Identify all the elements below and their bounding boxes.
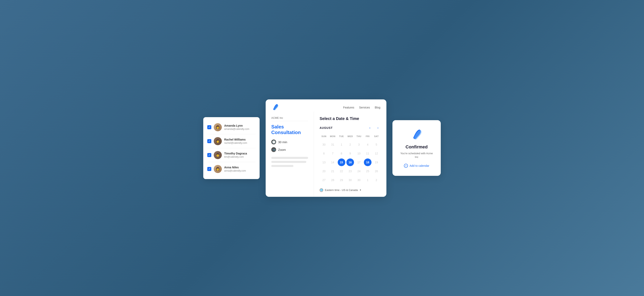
- calendar-day-11: 11: [364, 150, 372, 157]
- calendar-day-26: 26: [372, 167, 380, 175]
- user-item-rachel[interactable]: 👩 Rachel Williams rachel@calendly.com: [207, 134, 256, 148]
- timezone-selector[interactable]: 🌐 Eastern time - US & Canada ▼: [320, 188, 381, 192]
- calendar-week-5: 27 28 29 30 30 1 2: [320, 176, 381, 184]
- booking-left-panel: ACME Inc Sales Consultation 🕐 30 min 📹 Z…: [266, 111, 314, 197]
- confirmed-title: Confirmed: [398, 144, 435, 150]
- user-email-amanda: amanda@calendly.com: [224, 128, 256, 130]
- user-email-anna: anna@calendly.com: [224, 169, 256, 172]
- skeleton-2: [271, 161, 306, 163]
- calendar-day-14: 14: [329, 159, 336, 166]
- calendar-day-23: 23: [346, 167, 354, 175]
- user-info-rachel: Rachel Williams rachel@calendly.com: [224, 138, 256, 144]
- user-info-amanda: Amanda Lynn amanda@calendly.com: [224, 124, 256, 130]
- calendar-day-4: 4: [364, 141, 372, 149]
- user-item-timothy[interactable]: 👨 Timothy Dagraca tim@calendly.com: [207, 148, 256, 162]
- calendar-day-3: 3: [355, 141, 363, 149]
- user-item-amanda[interactable]: 👩 Amanda Lynn amanda@calendly.com: [207, 120, 256, 134]
- skeleton-3: [271, 165, 294, 167]
- calendar-grid: SUN MON TUE WED THU FRI SAT 30 31 1 2: [320, 134, 381, 184]
- user-email-timothy: tim@calendly.com: [224, 156, 256, 158]
- calendar-day-13: 13: [320, 159, 328, 166]
- booking-body: ACME Inc Sales Consultation 🕐 30 min 📹 Z…: [266, 111, 386, 197]
- timezone-label: Eastern time - US & Canada: [325, 189, 358, 192]
- checkbox-rachel[interactable]: [207, 139, 211, 143]
- calendar-day-30b: 30: [355, 176, 363, 184]
- checkbox-timothy[interactable]: [207, 153, 211, 157]
- day-thu: THU: [354, 134, 363, 139]
- booking-right-panel: Select a Date & Time AUGUST ‹ › SUN MON …: [314, 111, 386, 197]
- day-mon: MON: [328, 134, 337, 139]
- calendar-day-12: 12: [372, 150, 380, 157]
- calendar-day-16[interactable]: 16: [346, 159, 354, 166]
- meeting-type-text: Zoom: [278, 148, 286, 152]
- avatar-timothy: 👨: [214, 151, 222, 159]
- meeting-type-detail: 📹 Zoom: [271, 147, 308, 152]
- calendar-day-2-next: 2: [372, 176, 380, 184]
- checkbox-anna[interactable]: [207, 167, 211, 171]
- calendar-day-25: 25: [364, 167, 372, 175]
- calendar-day-15[interactable]: 15: [338, 159, 345, 166]
- user-email-rachel: rachel@calendly.com: [224, 141, 256, 144]
- month-label: AUGUST: [320, 126, 333, 129]
- calendar-day-30-prev: 30: [320, 141, 328, 149]
- confirmed-logo: [398, 128, 435, 140]
- duration-text: 30 min: [278, 140, 287, 144]
- calendar-day-17: 17: [355, 159, 363, 166]
- avatar-rachel: 👩: [214, 137, 222, 145]
- nav-features[interactable]: Features: [343, 106, 354, 109]
- calendar-day-1-next: 1: [364, 176, 372, 184]
- calendar-day-8: 8: [338, 150, 345, 157]
- calendar-day-21: 21: [329, 167, 336, 175]
- calendar-day-headers: SUN MON TUE WED THU FRI SAT: [320, 134, 381, 139]
- calendar-nav-arrows: ‹ ›: [367, 125, 381, 131]
- calendar-day-19: 19: [372, 159, 380, 166]
- prev-month-button[interactable]: ‹: [367, 125, 373, 131]
- next-month-button[interactable]: ›: [375, 125, 381, 131]
- day-sat: SAT: [372, 134, 381, 139]
- calendar-day-9: 9: [346, 150, 354, 157]
- user-name-amanda: Amanda Lynn: [224, 124, 256, 127]
- day-tue: TUE: [337, 134, 346, 139]
- booking-card: Features Services Blog ACME Inc Sales Co…: [266, 99, 386, 197]
- calendar-day-28: 28: [329, 176, 336, 184]
- calendar-day-18[interactable]: 18: [364, 159, 372, 166]
- day-sun: SUN: [320, 134, 328, 139]
- day-fri: FRI: [363, 134, 372, 139]
- calendar-day-29: 29: [338, 176, 345, 184]
- calendar-nav: AUGUST ‹ ›: [320, 125, 381, 131]
- calendly-logo-icon: [272, 103, 279, 111]
- skeleton-placeholder: [271, 157, 308, 167]
- booking-header: Features Services Blog: [266, 99, 386, 111]
- calendar-week-4: 20 21 22 23 24 25 26: [320, 167, 381, 176]
- calendar-day-31-prev: 31: [329, 141, 336, 149]
- company-name: ACME Inc: [271, 116, 308, 119]
- calendar-section-title: Select a Date & Time: [320, 116, 381, 121]
- user-item-anna[interactable]: 👩 Anna Niles anna@calendly.com: [207, 162, 256, 176]
- calendar-day-24: 24: [355, 167, 363, 175]
- confirmed-card: Confirmed You're scheduled with Acme Inc…: [392, 120, 441, 176]
- video-icon: 📹: [271, 147, 276, 152]
- calendar-week-3: 13 14 15 16 17 18 19: [320, 158, 381, 167]
- add-calendar-label: Add to calendar: [410, 164, 429, 167]
- nav-blog[interactable]: Blog: [375, 106, 380, 109]
- checkbox-amanda[interactable]: [207, 125, 211, 129]
- clock-icon: 🕐: [271, 139, 276, 144]
- scene: 👩 Amanda Lynn amanda@calendly.com 👩 Rach…: [201, 99, 443, 197]
- nav-services[interactable]: Services: [359, 106, 370, 109]
- user-list-card: 👩 Amanda Lynn amanda@calendly.com 👩 Rach…: [203, 117, 260, 179]
- avatar-amanda: 👩: [214, 123, 222, 131]
- calendar-day-30: 30: [346, 176, 354, 184]
- add-to-calendar-button[interactable]: + Add to calendar: [398, 164, 435, 168]
- calendar-day-20: 20: [320, 167, 328, 175]
- skeleton-1: [271, 157, 308, 159]
- user-name-anna: Anna Niles: [224, 166, 256, 169]
- confirmed-subtitle: You're scheduled with Acme Inc: [398, 152, 435, 159]
- avatar-anna: 👩: [214, 165, 222, 173]
- plus-circle-icon: +: [404, 164, 408, 168]
- duration-detail: 🕐 30 min: [271, 139, 308, 144]
- day-wed: WED: [346, 134, 354, 139]
- globe-icon: 🌐: [320, 188, 323, 192]
- calendar-day-1: 1: [338, 141, 345, 149]
- calendar-day-27: 27: [320, 176, 328, 184]
- user-info-timothy: Timothy Dagraca tim@calendly.com: [224, 152, 256, 158]
